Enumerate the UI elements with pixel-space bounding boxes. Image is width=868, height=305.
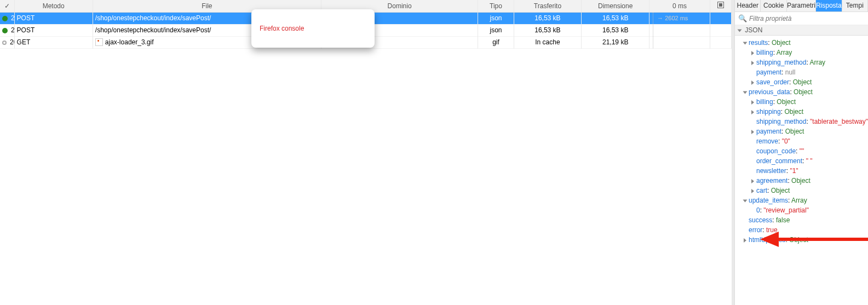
tree-node[interactable]: coupon_code: "" <box>740 146 868 156</box>
tree-value: Object <box>791 177 810 185</box>
tree-node[interactable]: success: false <box>740 215 868 225</box>
tree-node[interactable]: remove: "0" <box>740 136 868 146</box>
tree-colon: : <box>796 147 800 155</box>
tree-node[interactable]: order_comment: " " <box>740 156 868 166</box>
response-panel: HeaderCookieParametriRispostaTempi 🔍 JSO… <box>734 0 868 305</box>
tree-value: Array <box>809 59 825 66</box>
tree-node[interactable]: htmlUpdates: Object <box>740 235 868 245</box>
tree-colon: : <box>789 78 793 86</box>
chevron-right-icon <box>751 100 754 105</box>
tree-key: coupon_code <box>756 147 796 155</box>
tree-node[interactable]: billing: Array <box>740 48 868 57</box>
annotation-callout: Firefox console <box>251 9 375 48</box>
tree-node[interactable]: update_items: Array <box>740 195 868 205</box>
tree-node[interactable]: payment: Object <box>740 126 868 136</box>
tree-node[interactable]: newsletter: "1" <box>740 166 868 176</box>
filter-input[interactable] <box>749 15 865 22</box>
tree-value: Object <box>777 98 796 106</box>
timeline-label: → 2602 ms <box>657 15 688 21</box>
tree-node[interactable]: cart: Object <box>740 186 868 195</box>
json-section-header[interactable]: JSON <box>735 25 868 36</box>
tree-colon: : <box>767 187 771 194</box>
tab-header[interactable]: Header <box>735 0 761 11</box>
cell-status: 200 <box>0 12 14 24</box>
tree-colon: : <box>778 137 782 145</box>
cell-size: 16,53 kB <box>582 12 649 24</box>
tree-value: "tablerate_bestway" <box>810 118 868 125</box>
tree-value: "1" <box>790 167 798 175</box>
filter-bar: 🔍 <box>735 12 868 25</box>
tree-key: payment <box>756 68 781 76</box>
tree-key: shipping_method <box>756 59 806 66</box>
tree-key: update_items <box>749 197 788 204</box>
tree-value: Object <box>794 88 813 96</box>
chevron-right-icon <box>751 130 754 134</box>
tree-value: "review_partial" <box>763 206 809 214</box>
col-method[interactable]: Metodo <box>14 0 93 12</box>
tree-node[interactable]: save_order: Object <box>740 77 868 87</box>
tree-node[interactable]: billing: Object <box>740 97 868 107</box>
tree-value: " " <box>806 157 813 165</box>
tab-risposta[interactable]: Risposta <box>816 0 842 11</box>
tree-value: false <box>776 216 790 224</box>
tree-value: "0" <box>782 137 790 145</box>
col-size[interactable]: Dimensione <box>582 0 649 12</box>
tree-key: results <box>749 39 768 47</box>
tree-value: "" <box>800 147 804 155</box>
status-ok-icon <box>2 16 8 21</box>
tree-value: Object <box>771 187 790 194</box>
col-type[interactable]: Tipo <box>478 0 514 12</box>
tree-colon: : <box>781 68 785 76</box>
tree-colon: : <box>762 226 766 234</box>
cell-type: json <box>478 24 514 36</box>
tree-node[interactable]: agreement: Object <box>740 176 868 186</box>
status-ok-icon <box>2 28 8 33</box>
cell-method: POST <box>14 24 93 36</box>
response-tabs: HeaderCookieParametriRispostaTempi <box>735 0 868 12</box>
tree-key: agreement <box>756 177 787 185</box>
tree-node[interactable]: results: Object <box>740 38 868 48</box>
cell-type: gif <box>478 36 514 48</box>
tree-key: success <box>749 216 772 224</box>
col-tx[interactable]: Trasferito <box>514 0 582 12</box>
tree-colon: : <box>781 128 785 135</box>
tree-key: shipping <box>756 108 781 116</box>
tab-cookie[interactable]: Cookie <box>761 0 786 11</box>
tree-node[interactable]: shipping_method: Array <box>740 57 868 67</box>
tree-node[interactable]: shipping_method: "tablerate_bestway" <box>740 117 868 126</box>
tree-key: cart <box>756 187 767 194</box>
cell-type: json <box>478 12 514 24</box>
status-pending-icon <box>2 41 7 45</box>
cell-size: 16,53 kB <box>582 24 649 36</box>
chevron-right-icon <box>751 189 754 193</box>
chevron-right-icon <box>751 61 754 65</box>
tab-parametri[interactable]: Parametri <box>787 0 816 11</box>
chevron-down-icon <box>743 42 748 44</box>
network-panel: ✓ Metodo File Dominio Tipo Trasferito Di… <box>0 0 734 305</box>
tree-key: billing <box>756 98 773 106</box>
callout-text: Firefox console <box>260 25 304 32</box>
col-end[interactable] <box>710 0 731 12</box>
chevron-right-icon <box>751 51 754 55</box>
col-ms[interactable]: 0 ms <box>649 0 710 12</box>
cell-status: 200 <box>0 36 14 48</box>
tree-key: error <box>749 226 762 234</box>
tree-key: shipping_method <box>756 118 806 125</box>
tree-node[interactable]: shipping: Object <box>740 107 868 117</box>
tree-node[interactable]: previous_data: Object <box>740 87 868 97</box>
tree-node[interactable]: 0: "review_partial" <box>740 205 868 215</box>
search-icon: 🔍 <box>738 14 747 22</box>
col-check[interactable]: ✓ <box>0 0 14 12</box>
chevron-down-icon <box>738 29 742 32</box>
tab-tempi[interactable]: Tempi <box>842 0 868 11</box>
cell-timeline <box>649 36 710 48</box>
chevron-right-icon <box>751 80 754 85</box>
cell-timeline <box>649 24 710 36</box>
cell-size: 21,19 kB <box>582 36 649 48</box>
tree-colon: : <box>768 39 772 47</box>
file-icon <box>95 38 103 46</box>
tree-node[interactable]: payment: null <box>740 67 868 77</box>
cell-transferred: In cache <box>514 36 582 48</box>
cell-end <box>710 36 731 48</box>
tree-node[interactable]: error: true <box>740 225 868 235</box>
